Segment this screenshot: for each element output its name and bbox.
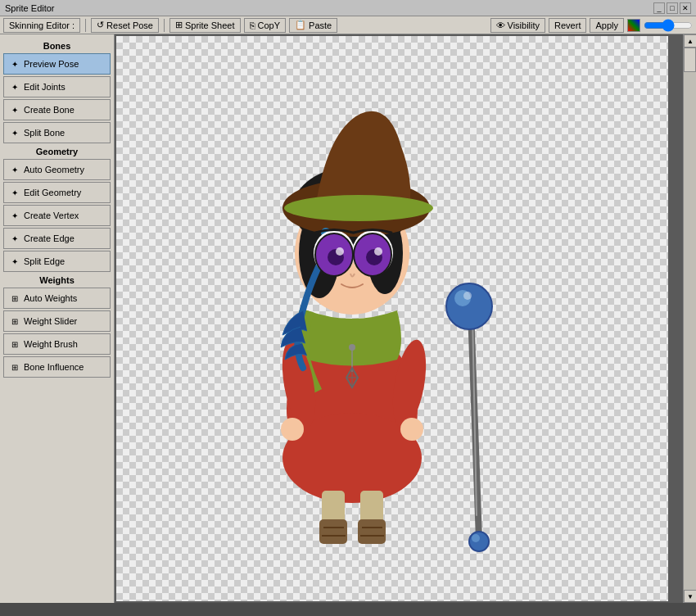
svg-point-13 xyxy=(400,418,423,441)
sprite-image xyxy=(192,52,536,585)
paste-icon: 📋 xyxy=(295,20,306,30)
zoom-slider[interactable] xyxy=(644,21,693,29)
right-scroll-track[interactable] xyxy=(684,48,696,590)
visibility-button[interactable]: 👁 Visibility xyxy=(490,18,546,33)
toolbar: Skinning Editor : ↺ Reset Pose ⊞ Sprite … xyxy=(0,16,696,34)
sprite-sheet-icon: ⊞ xyxy=(175,20,183,30)
svg-point-31 xyxy=(374,247,382,256)
split-bone-button[interactable]: ✦ Split Bone xyxy=(3,122,111,143)
close-button[interactable]: ✕ xyxy=(680,2,691,14)
reset-icon: ↺ xyxy=(97,20,104,30)
create-edge-icon: ✦ xyxy=(9,233,20,244)
split-edge-icon: ✦ xyxy=(9,256,20,267)
main-area: Bones ✦ Preview Pose ✦ Edit Joints ✦ Cre… xyxy=(0,34,696,603)
geometry-section-header: Geometry xyxy=(3,147,111,156)
svg-rect-4 xyxy=(319,519,347,544)
minimize-button[interactable]: _ xyxy=(653,2,665,14)
bones-section-header: Bones xyxy=(3,41,111,51)
svg-point-40 xyxy=(463,292,472,300)
svg-rect-5 xyxy=(358,519,386,544)
bone-influence-icon: ⊞ xyxy=(9,361,20,373)
preview-pose-icon: ✦ xyxy=(9,58,20,70)
weight-slider-button[interactable]: ⊞ Weight Slider xyxy=(3,310,111,332)
sprite-svg xyxy=(201,65,528,573)
copy-icon: ⎘ xyxy=(250,20,255,30)
create-vertex-button[interactable]: ✦ Create Vertex xyxy=(3,205,111,226)
bone-influence-button[interactable]: ⊞ Bone Influence xyxy=(3,356,111,378)
preview-pose-button[interactable]: ✦ Preview Pose xyxy=(3,53,111,75)
reset-pose-button[interactable]: ↺ Reset Pose xyxy=(91,18,159,33)
weight-slider-icon: ⊞ xyxy=(9,315,20,327)
create-vertex-icon: ✦ xyxy=(9,210,20,221)
auto-geometry-icon: ✦ xyxy=(9,164,20,175)
create-edge-button[interactable]: ✦ Create Edge xyxy=(3,228,111,249)
toolbar-separator-1 xyxy=(85,19,86,32)
sprite-sheet-button[interactable]: ⊞ Sprite Sheet xyxy=(169,18,241,33)
auto-geometry-button[interactable]: ✦ Auto Geometry xyxy=(3,159,111,180)
svg-point-38 xyxy=(446,283,492,329)
canvas-area[interactable] xyxy=(116,36,668,601)
maximize-button[interactable]: □ xyxy=(667,2,678,14)
right-scroll-thumb[interactable] xyxy=(684,48,696,72)
revert-button[interactable]: Revert xyxy=(549,18,586,33)
skinning-editor-label: Skinning Editor : xyxy=(9,20,75,30)
toolbar-separator-2 xyxy=(164,19,165,32)
scroll-down-button[interactable]: ▼ xyxy=(684,590,696,603)
edit-joints-button[interactable]: ✦ Edit Joints xyxy=(3,76,111,97)
create-bone-icon: ✦ xyxy=(9,104,20,116)
edit-geometry-icon: ✦ xyxy=(9,187,20,198)
window-title: Sprite Editor xyxy=(5,3,55,13)
svg-point-41 xyxy=(469,532,489,551)
copy-button[interactable]: ⎘ CopY xyxy=(244,18,287,33)
skinning-editor-button[interactable]: Skinning Editor : xyxy=(3,18,80,33)
svg-point-42 xyxy=(472,534,480,542)
split-bone-icon: ✦ xyxy=(9,127,20,138)
window-controls[interactable]: _ □ ✕ xyxy=(653,2,691,14)
right-scrollbar[interactable]: ▲ ▼ xyxy=(683,34,696,603)
svg-point-30 xyxy=(336,247,344,256)
paste-button[interactable]: 📋 Paste xyxy=(289,18,337,33)
edit-joints-icon: ✦ xyxy=(9,81,20,93)
auto-weights-icon: ⊞ xyxy=(9,292,20,304)
create-bone-button[interactable]: ✦ Create Bone xyxy=(3,99,111,120)
toolbar-right: 👁 Visibility Revert Apply xyxy=(490,18,693,33)
weights-section-header: Weights xyxy=(3,275,111,285)
svg-point-12 xyxy=(281,418,304,441)
svg-point-20 xyxy=(284,195,433,221)
edit-geometry-button[interactable]: ✦ Edit Geometry xyxy=(3,182,111,203)
weight-brush-button[interactable]: ⊞ Weight Brush xyxy=(3,333,111,355)
scroll-up-button[interactable]: ▲ xyxy=(684,34,696,48)
visibility-icon: 👁 xyxy=(496,20,505,30)
title-bar: Sprite Editor _ □ ✕ xyxy=(0,0,696,16)
weight-brush-icon: ⊞ xyxy=(9,338,20,350)
left-panel: Bones ✦ Preview Pose ✦ Edit Joints ✦ Cre… xyxy=(0,34,115,603)
color-swatch[interactable] xyxy=(627,19,640,32)
slider-container xyxy=(644,21,693,29)
auto-weights-button[interactable]: ⊞ Auto Weights xyxy=(3,288,111,309)
canvas-wrapper[interactable]: ◄ ► xyxy=(115,34,683,603)
apply-button[interactable]: Apply xyxy=(590,18,624,33)
split-edge-button[interactable]: ✦ Split Edge xyxy=(3,251,111,272)
